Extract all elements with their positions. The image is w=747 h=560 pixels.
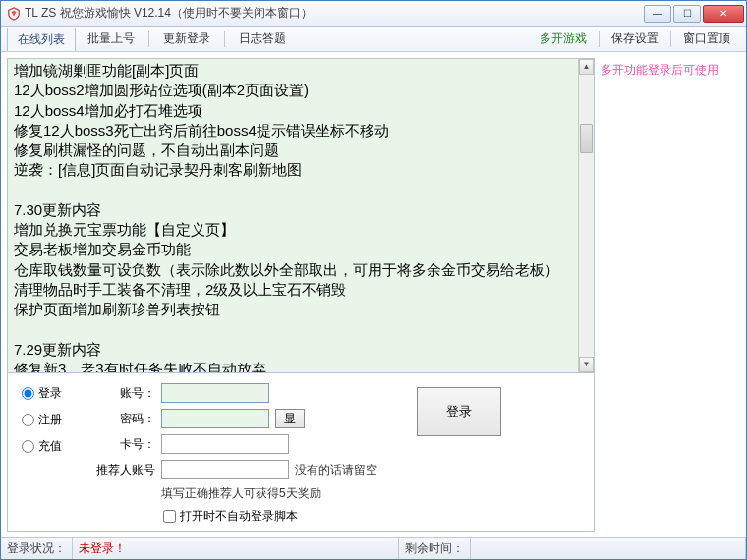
changelog-line: 12人boss4增加必打石堆选项 xyxy=(14,101,576,121)
remain-label: 剩余时间： xyxy=(399,538,471,559)
scroll-track[interactable] xyxy=(579,75,594,357)
changelog-line: 增加兑换元宝票功能【自定义页】 xyxy=(14,220,576,240)
changelog-line: 保护页面增加刷新珍兽列表按钮 xyxy=(14,300,576,319)
scroll-up-button[interactable]: ▲ xyxy=(579,59,594,75)
card-label: 卡号： xyxy=(96,436,155,453)
app-window: TL ZS 祝您游戏愉快 V12.14（使用时不要关闭本窗口） — ☐ ✕ 在线… xyxy=(0,0,747,560)
changelog-line: 7.30更新内容 xyxy=(14,200,576,220)
btn-multi-open[interactable]: 多开游戏 xyxy=(530,28,597,50)
status-label: 登录状况： xyxy=(1,538,73,559)
changelog-line: 增加镜湖剿匪功能[副本]页面 xyxy=(14,61,576,81)
tab-online-list[interactable]: 在线列表 xyxy=(7,28,76,51)
window-title: TL ZS 祝您游戏愉快 V12.14（使用时不要关闭本窗口） xyxy=(25,5,644,22)
toolbar: 在线列表 批量上号 更新登录 日志答题 多开游戏 保存设置 窗口置顶 xyxy=(1,27,746,52)
app-icon xyxy=(7,7,21,21)
account-label: 账号： xyxy=(96,385,155,402)
mode-radios: 登录 注册 充值 xyxy=(22,383,85,525)
login-form: 登录 注册 充值 账号： 密码： 显 卡号： xyxy=(8,373,594,531)
right-panel: 多开功能登录后可使用 xyxy=(601,58,740,532)
card-input[interactable] xyxy=(161,434,289,454)
changelog-line: 修复刷棋漏怪的问题，不自动出副本问题 xyxy=(14,140,576,160)
referrer-note: 没有的话请留空 xyxy=(295,462,377,478)
password-label: 密码： xyxy=(96,411,155,427)
radio-register[interactable]: 注册 xyxy=(22,412,85,428)
changelog-line: 修复12人boss3死亡出窍后前往boss4提示错误坐标不移动 xyxy=(14,121,576,140)
changelog-line: 逆袭：[信息]页面自动记录契丹刺客刷新地图 xyxy=(14,160,576,180)
close-button[interactable]: ✕ xyxy=(703,5,744,23)
password-input[interactable] xyxy=(161,409,269,428)
btn-window-top[interactable]: 窗口置顶 xyxy=(673,28,740,50)
maximize-button[interactable]: ☐ xyxy=(673,5,701,23)
radio-login[interactable]: 登录 xyxy=(22,385,85,402)
changelog-line xyxy=(14,319,576,339)
scrollbar: ▲ ▼ xyxy=(578,59,594,372)
referrer-input[interactable] xyxy=(161,460,289,479)
titlebar: TL ZS 祝您游戏愉快 V12.14（使用时不要关闭本窗口） — ☐ ✕ xyxy=(1,1,746,27)
account-input[interactable] xyxy=(161,383,269,403)
reward-note: 填写正确推荐人可获得5天奖励 xyxy=(161,485,321,502)
toolbar-sep xyxy=(670,31,671,47)
changelog-line: 仓库取钱数量可设负数（表示除此数以外全部取出，可用于将多余金币交易给老板） xyxy=(14,260,576,280)
status-value: 未登录！ xyxy=(73,538,399,559)
radio-recharge[interactable]: 充值 xyxy=(22,438,85,455)
btn-batch[interactable]: 批量上号 xyxy=(78,28,144,50)
toolbar-sep xyxy=(224,31,225,47)
fields-column: 账号： 密码： 显 卡号： 推荐人账号 没有 xyxy=(96,383,377,525)
changelog-line: 清理物品时手工装备不清理，2级及以上宝石不销毁 xyxy=(14,280,576,300)
referrer-label: 推荐人账号 xyxy=(96,462,155,478)
changelog-line: 7.29更新内容 xyxy=(14,340,576,360)
login-button[interactable]: 登录 xyxy=(417,387,501,436)
statusbar: 登录状况： 未登录！ 剩余时间： xyxy=(1,537,746,559)
toolbar-sep xyxy=(599,31,600,47)
changelog-line: 修复新3，老3有时任务失败不自动放弃 xyxy=(14,360,576,373)
changelog-line: 12人boss2增加圆形站位选项(副本2页面设置) xyxy=(14,81,576,100)
btn-update-login[interactable]: 更新登录 xyxy=(153,28,220,50)
auto-login-checkbox[interactable]: 打开时不自动登录脚本 xyxy=(163,508,298,525)
scroll-down-button[interactable]: ▼ xyxy=(579,357,594,372)
scroll-thumb[interactable] xyxy=(580,124,593,153)
show-password-button[interactable]: 显 xyxy=(275,409,305,428)
window-controls: — ☐ ✕ xyxy=(644,5,744,23)
toolbar-sep xyxy=(148,31,149,47)
content-area: 增加镜湖剿匪功能[副本]页面12人boss2增加圆形站位选项(副本2页面设置)1… xyxy=(1,52,746,537)
changelog-line: 交易老板增加交易金币功能 xyxy=(14,240,576,259)
changelog-box: 增加镜湖剿匪功能[副本]页面12人boss2增加圆形站位选项(副本2页面设置)1… xyxy=(8,59,594,373)
minimize-button[interactable]: — xyxy=(644,5,671,23)
btn-save-settings[interactable]: 保存设置 xyxy=(602,28,668,50)
btn-log-qa[interactable]: 日志答题 xyxy=(229,28,296,50)
changelog-line xyxy=(14,181,576,200)
remain-value xyxy=(471,538,746,559)
left-panel: 增加镜湖剿匪功能[副本]页面12人boss2增加圆形站位选项(副本2页面设置)1… xyxy=(7,58,595,532)
multi-open-hint: 多开功能登录后可使用 xyxy=(601,62,740,79)
